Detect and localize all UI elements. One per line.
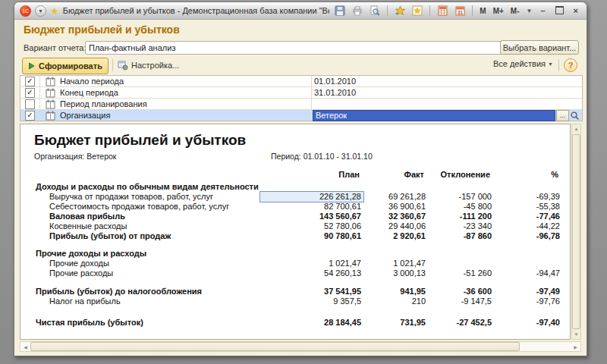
report-cell-percent[interactable]: -97,40 <box>536 318 560 328</box>
report-cell-deviation[interactable]: -36 600 <box>464 287 492 297</box>
generate-button[interactable]: Сформировать <box>22 58 109 74</box>
report-cell-percent[interactable]: -55,38 <box>536 202 560 212</box>
report-cell-plan[interactable]: 54 260,13 <box>324 268 361 278</box>
print-preview-icon[interactable] <box>368 5 382 17</box>
report-cell-fact[interactable]: 69 261,28 <box>388 192 426 202</box>
settings-button[interactable]: Настройка... <box>118 58 179 72</box>
report-cell-plan[interactable]: 28 184,45 <box>324 318 361 328</box>
parameter-row[interactable]: ✓ Организация Ветерок ... <box>20 110 582 121</box>
report-cell-plan[interactable]: 1 021,47 <box>329 259 361 268</box>
scroll-right-button[interactable]: ▶ <box>571 342 580 351</box>
report-cell-plan[interactable]: 9 357,5 <box>333 297 361 306</box>
report-cell-plan[interactable]: 143 560,67 <box>319 212 361 221</box>
param-value[interactable]: 01.01.2010 <box>314 77 356 86</box>
report-row-label[interactable]: Доходы и расходы по обычным видам деятел… <box>36 182 259 192</box>
all-actions-button[interactable]: Все действия ▼ <box>493 59 553 68</box>
report-cell-plan[interactable]: 82 700,61 <box>324 202 361 212</box>
param-field-text[interactable]: Ветерок <box>313 110 555 121</box>
scroll-down-button[interactable]: ▼ <box>572 330 580 339</box>
select-variant-button[interactable]: Выбрать вариант... <box>500 40 579 55</box>
param-checkbox[interactable]: ✓ <box>25 88 35 98</box>
report-cell-deviation[interactable]: -23 340 <box>464 221 492 231</box>
report-row-label[interactable]: Себестоимость продажи товаров, работ, ус… <box>49 202 229 212</box>
calculator-icon[interactable] <box>436 5 449 17</box>
param-value[interactable]: 31.01.2010 <box>314 88 356 97</box>
report-cell-percent[interactable]: -96,78 <box>536 231 560 241</box>
report-cell-deviation[interactable]: -51 260 <box>464 268 492 278</box>
report-row-label[interactable]: Косвенные расходы <box>49 221 127 231</box>
parameter-row[interactable]: ✓ Конец периода 31.01.2010 ... <box>20 87 582 99</box>
report-cell-deviation[interactable]: -9 147,5 <box>461 297 492 306</box>
report-cell-fact[interactable]: 36 900,61 <box>388 202 426 212</box>
param-checkbox[interactable]: ✓ <box>25 111 35 121</box>
param-checkbox[interactable]: ✓ <box>25 77 35 86</box>
main-menu-button[interactable]: ▼ <box>35 5 46 17</box>
close-button[interactable]: × <box>571 6 581 15</box>
memory-m-button[interactable]: M <box>478 7 487 15</box>
report-cell-percent[interactable]: -77,46 <box>536 212 560 221</box>
report-cell-percent[interactable]: -44,22 <box>536 221 560 231</box>
toolbar-separator <box>387 5 388 16</box>
report-row-label[interactable]: Налог на прибыль <box>49 297 121 306</box>
report-cell-fact[interactable]: 731,95 <box>400 318 426 328</box>
help-button[interactable]: ? <box>564 58 577 72</box>
report-cell-plan[interactable]: 90 780,61 <box>324 231 361 241</box>
onec-logo-icon[interactable]: 1С <box>20 5 31 17</box>
horizontal-scrollbar[interactable]: ◀ ▶ <box>20 341 581 352</box>
report-cell-plan[interactable]: 52 780,06 <box>324 221 361 231</box>
scroll-up-button[interactable]: ▲ <box>572 124 580 133</box>
favorites-star-icon[interactable]: ★ <box>50 6 59 16</box>
param-value-cell[interactable]: ... <box>312 99 582 109</box>
add-favorite-icon[interactable] <box>393 5 407 17</box>
chevron-down-icon[interactable]: ▼ <box>525 8 534 14</box>
report-row-label[interactable]: Чистая прибыль (убыток) <box>36 318 143 328</box>
report-cell-percent[interactable]: -94,47 <box>536 268 560 278</box>
report-cell-percent[interactable]: -97,49 <box>536 287 560 297</box>
report-row-label[interactable]: Прибыль (убыток) до налогообложения <box>36 287 202 297</box>
param-value-cell[interactable]: 31.01.2010 ... <box>312 87 582 98</box>
scroll-left-button[interactable]: ◀ <box>20 342 30 351</box>
report-cell-deviation[interactable]: -27 452,5 <box>457 318 492 328</box>
report-row-label[interactable]: Прочие доходы и расходы <box>36 249 146 259</box>
variant-input[interactable] <box>85 41 502 55</box>
report-cell-deviation[interactable]: -157 000 <box>459 192 492 202</box>
parameter-row[interactable]: ✓ Начало периода 01.01.2010 ... <box>20 76 582 87</box>
report-cell-fact[interactable]: 32 360,67 <box>388 212 426 221</box>
report-row-label[interactable]: Выручка от продажи товаров, работ, услуг <box>49 192 213 202</box>
show-favorites-icon[interactable] <box>410 5 424 17</box>
save-icon[interactable] <box>333 5 347 17</box>
report-cell-deviation[interactable]: -45 800 <box>464 202 492 212</box>
report-row-label[interactable]: Валовая прибыль <box>49 212 125 221</box>
report-cell-fact[interactable]: 210 <box>412 297 426 306</box>
param-value-cell[interactable]: 01.01.2010 ... <box>312 76 582 86</box>
report-row-label[interactable]: Прибыль (убыток) от продаж <box>49 231 171 241</box>
report-cell-deviation[interactable]: -87 860 <box>464 231 492 241</box>
horizontal-scroll-thumb[interactable] <box>30 342 520 351</box>
report-cell-fact[interactable]: 2 920,61 <box>393 231 426 241</box>
param-checkbox[interactable] <box>25 99 35 109</box>
report-row-label[interactable]: Прочие доходы <box>49 259 109 268</box>
memory-m-minus-button[interactable]: M- <box>509 7 521 15</box>
calendar-icon[interactable]: 31 <box>453 5 467 17</box>
report-cell-fact[interactable]: 941,95 <box>400 287 426 297</box>
maximize-button[interactable] <box>552 6 567 16</box>
report-cell-deviation[interactable]: -111 200 <box>460 212 492 221</box>
vertical-scrollbar[interactable]: ▲ ▼ <box>571 124 581 340</box>
minimize-button[interactable]: – <box>537 6 548 15</box>
report-cell-fact[interactable]: 1 021,47 <box>393 259 426 268</box>
report-cell-percent[interactable]: -69,39 <box>536 192 560 202</box>
param-value-field[interactable]: Ветерок ... <box>313 110 580 121</box>
parameter-row[interactable]: Период планирования ... <box>20 99 582 110</box>
choose-button[interactable]: ... <box>556 110 569 121</box>
memory-m-plus-button[interactable]: M+ <box>492 7 505 15</box>
report-cell-plan[interactable]: 226 261,28 <box>259 191 364 202</box>
print-icon[interactable] <box>351 5 364 17</box>
report-cell-fact[interactable]: 29 440,06 <box>388 221 426 231</box>
report-cell-plan[interactable]: 37 541,95 <box>324 287 361 297</box>
param-value-cell[interactable]: Ветерок ... <box>312 110 582 121</box>
report-row-label[interactable]: Прочие расходы <box>49 268 113 278</box>
report-cell-fact[interactable]: 3 000,13 <box>393 268 426 278</box>
vertical-scroll-thumb[interactable] <box>572 134 580 329</box>
open-button[interactable] <box>569 111 580 121</box>
report-cell-percent[interactable]: -97,76 <box>536 297 560 306</box>
